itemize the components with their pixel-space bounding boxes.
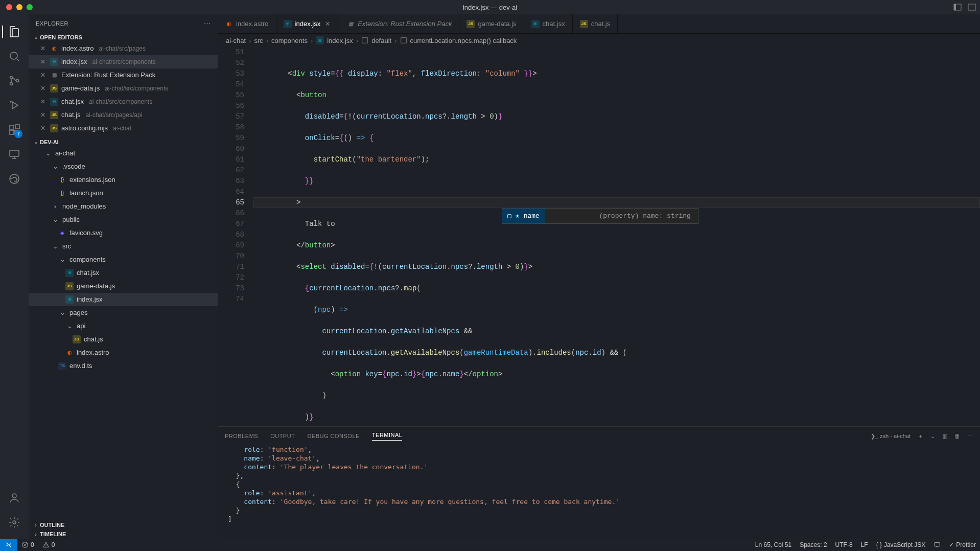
source-control-activity[interactable] — [2, 68, 27, 93]
remote-button[interactable] — [0, 539, 17, 551]
tree-file[interactable]: ◐index.astro — [29, 346, 218, 359]
open-editors-header[interactable]: ⌄ OPEN EDITORS — [29, 32, 218, 42]
tree-file[interactable]: {}extensions.json — [29, 173, 218, 187]
kill-terminal-icon[interactable]: 🗑 — [954, 433, 960, 439]
editor-tab[interactable]: ⚛index.jsx× — [276, 14, 340, 33]
editor-tabs: ◐index.astro ⚛index.jsx× ▦Extension: Rus… — [218, 14, 980, 34]
close-icon[interactable]: × — [39, 84, 47, 93]
intellisense-popup[interactable]: ▢ ★ name (property) name: string — [502, 208, 698, 224]
terminal-output[interactable]: role: 'function', name: 'leave-chat', co… — [218, 445, 980, 539]
symbol-icon — [361, 37, 368, 44]
explorer-activity[interactable] — [2, 19, 27, 44]
open-editor-item[interactable]: × ⚛ index.jsx ai-chat/src/components — [29, 55, 218, 68]
code-editor[interactable]: 5152535455565758596061626364656667686970… — [218, 47, 980, 426]
tree-folder[interactable]: ⌄pages — [29, 306, 218, 319]
open-editors-list: × ◐ index.astro ai-chat/src/pages × ⚛ in… — [29, 42, 218, 137]
svg-point-7 — [10, 101, 11, 102]
chevron-down-icon: ⌄ — [32, 139, 40, 145]
feedback-icon[interactable] — [929, 541, 945, 548]
encoding-status[interactable]: UTF-8 — [831, 541, 857, 548]
remote-activity[interactable] — [2, 142, 27, 167]
debug-activity[interactable] — [2, 93, 27, 118]
svg-rect-16 — [362, 38, 368, 43]
window-title: index.jsx — dev-ai — [463, 4, 517, 11]
open-editor-item[interactable]: × ◐ index.astro ai-chat/src/pages — [29, 42, 218, 55]
tree-file[interactable]: TSenv.d.ts — [29, 359, 218, 373]
close-icon[interactable]: × — [39, 124, 47, 132]
panel-toggle-icon[interactable] — [953, 3, 962, 11]
editor-tab[interactable]: ⚛chat.jsx — [524, 14, 573, 33]
editor-tab[interactable]: JSchat.js — [573, 14, 618, 33]
terminal-selector[interactable]: ❯_ zsh - ai-chat — [871, 433, 911, 440]
close-icon[interactable]: × — [39, 44, 47, 53]
close-icon[interactable]: × — [39, 111, 47, 119]
tree-folder[interactable]: ⌄src — [29, 240, 218, 253]
open-editor-item[interactable]: × JS game-data.js ai-chat/src/components — [29, 82, 218, 95]
chevron-right-icon: › — [32, 531, 40, 537]
outline-header[interactable]: › OUTLINE — [29, 520, 218, 530]
edge-activity[interactable] — [2, 167, 27, 191]
tree-folder[interactable]: ›node_modules — [29, 200, 218, 213]
account-activity[interactable] — [2, 486, 27, 510]
tree-file[interactable]: ◆favicon.svg — [29, 226, 218, 240]
eol-status[interactable]: LF — [857, 541, 872, 548]
svg-rect-8 — [10, 125, 14, 129]
layout-icon[interactable] — [968, 3, 976, 11]
editor-tab[interactable]: ▦Extension: Rust Extension Pack — [339, 14, 459, 33]
cursor-position[interactable]: Ln 65, Col 51 — [751, 541, 796, 548]
astro-icon: ◐ — [50, 44, 58, 53]
close-icon[interactable]: × — [39, 58, 47, 66]
prettier-status[interactable]: ✓ Prettier — [945, 541, 980, 548]
terminal-tab[interactable]: TERMINAL — [372, 432, 403, 441]
open-editor-item[interactable]: × JS astro.config.mjs ai-chat — [29, 122, 218, 135]
open-editor-item[interactable]: × JS chat.js ai-chat/src/pages/api — [29, 108, 218, 122]
debug-console-tab[interactable]: DEBUG CONSOLE — [307, 433, 359, 439]
tree-file[interactable]: JSchat.js — [29, 333, 218, 346]
editor-tab[interactable]: JSgame-data.js — [459, 14, 524, 33]
react-icon: ⚛ — [65, 295, 74, 304]
split-terminal-icon[interactable]: ▥ — [942, 433, 947, 440]
search-activity[interactable] — [2, 44, 27, 68]
file-tree: ⌄ai-chat ⌄.vscode {}extensions.json {}la… — [29, 147, 218, 520]
sidebar-title: EXPLORER — [36, 20, 68, 27]
panel-more-icon[interactable]: ⋯ — [967, 433, 973, 440]
problems-tab[interactable]: PROBLEMS — [225, 433, 258, 439]
terminal-dropdown-icon[interactable]: ⌄ — [930, 433, 935, 440]
editor-tab[interactable]: ◐index.astro — [218, 14, 276, 33]
chevron-down-icon: ⌄ — [58, 307, 66, 318]
close-window-button[interactable] — [6, 4, 12, 10]
settings-activity[interactable] — [2, 510, 27, 535]
project-header[interactable]: ⌄ DEV-AI — [29, 137, 218, 147]
close-icon[interactable]: × — [39, 71, 47, 79]
tree-folder[interactable]: ⌄.vscode — [29, 160, 218, 173]
close-icon[interactable]: × — [323, 20, 332, 28]
output-tab[interactable]: OUTPUT — [270, 433, 295, 439]
indentation-status[interactable]: Spaces: 2 — [796, 541, 831, 548]
minimize-window-button[interactable] — [16, 4, 22, 10]
open-editor-item[interactable]: × ▦ Extension: Rust Extension Pack — [29, 68, 218, 82]
titlebar-actions — [953, 3, 976, 11]
svg-rect-2 — [968, 4, 975, 10]
tree-file[interactable]: ⚛chat.jsx — [29, 266, 218, 280]
sidebar-more-icon[interactable]: ⋯ — [204, 19, 211, 27]
tree-file[interactable]: {}launch.json — [29, 187, 218, 200]
errors-status[interactable]: 0 — [17, 541, 38, 548]
window-controls — [0, 4, 33, 10]
extensions-activity[interactable]: 7 — [2, 118, 27, 142]
breadcrumb[interactable]: ai-chat› src› components› ⚛index.jsx› de… — [218, 34, 980, 47]
tree-file[interactable]: ⚛index.jsx — [29, 293, 218, 306]
warnings-status[interactable]: 0 — [38, 541, 59, 548]
new-terminal-button[interactable]: ＋ — [918, 432, 923, 440]
language-mode[interactable]: { } JavaScript JSX — [872, 541, 930, 548]
maximize-window-button[interactable] — [27, 4, 33, 10]
open-editor-item[interactable]: × ⚛ chat.jsx ai-chat/src/components — [29, 95, 218, 108]
svg-point-15 — [13, 521, 16, 524]
tree-file[interactable]: JSgame-data.js — [29, 280, 218, 293]
close-icon[interactable]: × — [39, 98, 47, 106]
timeline-header[interactable]: › TIMELINE — [29, 530, 218, 539]
tree-folder[interactable]: ⌄public — [29, 213, 218, 226]
tree-folder[interactable]: ⌄api — [29, 319, 218, 333]
svg-point-14 — [12, 494, 16, 498]
tree-folder[interactable]: ⌄components — [29, 253, 218, 266]
tree-folder[interactable]: ⌄ai-chat — [29, 147, 218, 160]
